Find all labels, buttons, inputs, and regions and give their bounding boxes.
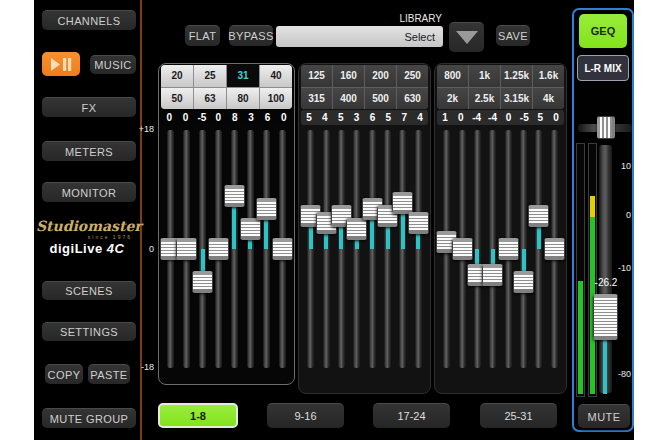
product-name: digiLive bbox=[50, 241, 103, 256]
freq-button[interactable]: 50 bbox=[161, 88, 193, 110]
fader-handle[interactable] bbox=[392, 192, 413, 214]
paste-button[interactable]: PASTE bbox=[88, 364, 130, 384]
sidebar-item-meters[interactable]: METERS bbox=[42, 141, 136, 161]
fader-handle[interactable] bbox=[408, 212, 429, 234]
band-tab-1-8[interactable]: 1-8 bbox=[158, 403, 238, 428]
gain-value: 4 bbox=[317, 110, 333, 125]
gain-value: -5 bbox=[516, 110, 532, 125]
freq-button[interactable]: 250 bbox=[397, 65, 428, 87]
freq-button[interactable]: 400 bbox=[333, 88, 364, 110]
master-fader-handle[interactable] bbox=[593, 294, 618, 340]
fader-track[interactable] bbox=[415, 130, 422, 368]
library-label: LIBRARY bbox=[362, 13, 442, 24]
freq-button[interactable]: 800 bbox=[437, 65, 468, 87]
fader-handle[interactable] bbox=[272, 238, 293, 260]
freq-button[interactable]: 3.15k bbox=[501, 88, 532, 110]
fader-handle[interactable] bbox=[528, 205, 549, 227]
fader-track[interactable] bbox=[247, 130, 254, 368]
freq-button[interactable]: 1k bbox=[469, 65, 500, 87]
freq-button[interactable]: 4k bbox=[533, 88, 564, 110]
copy-button[interactable]: COPY bbox=[45, 364, 83, 384]
sidebar-item-monitor[interactable]: MONITOR bbox=[42, 182, 136, 202]
fader-handle[interactable] bbox=[192, 271, 213, 293]
geq-button[interactable]: GEQ bbox=[579, 14, 627, 48]
freq-button[interactable]: 100 bbox=[260, 88, 292, 110]
gain-value: 6 bbox=[259, 110, 275, 125]
freq-button[interactable]: 125 bbox=[301, 65, 332, 87]
fader-handle[interactable] bbox=[452, 238, 473, 260]
freq-button[interactable]: 1.25k bbox=[501, 65, 532, 87]
gain-value: -4 bbox=[485, 110, 501, 125]
gain-value: 5 bbox=[333, 110, 349, 125]
fader-track[interactable] bbox=[231, 130, 238, 368]
sidebar-item-channels[interactable]: CHANNELS bbox=[42, 10, 136, 30]
freq-button[interactable]: 2.5k bbox=[469, 88, 500, 110]
db-scale-label: -18 bbox=[126, 362, 154, 372]
meter-scale-label: 0 bbox=[612, 210, 631, 220]
freq-button[interactable]: 160 bbox=[333, 65, 364, 87]
fader-track[interactable] bbox=[353, 130, 360, 368]
fader-track[interactable] bbox=[338, 130, 345, 368]
fader-track[interactable] bbox=[323, 130, 330, 368]
bypass-button[interactable]: BYPASS bbox=[229, 25, 273, 46]
fader-handle[interactable] bbox=[346, 218, 367, 240]
gain-value: 0 bbox=[161, 110, 177, 125]
library-dropdown-button[interactable] bbox=[449, 22, 484, 52]
freq-button[interactable]: 630 bbox=[397, 88, 428, 110]
transport-play-pause-button[interactable] bbox=[42, 52, 80, 76]
meter-scale-label: -80 bbox=[612, 369, 631, 379]
db-scale-label: 0 bbox=[126, 244, 154, 254]
freq-button[interactable]: 20 bbox=[161, 65, 193, 87]
band-tab-9-16[interactable]: 9-16 bbox=[267, 403, 344, 428]
save-button[interactable]: SAVE bbox=[496, 25, 530, 46]
gain-value: 0 bbox=[276, 110, 292, 125]
sidebar-item-fx[interactable]: FX bbox=[42, 97, 136, 117]
freq-button[interactable]: 80 bbox=[227, 88, 259, 110]
lr-mix-button[interactable]: L-R MIX bbox=[577, 55, 629, 81]
gain-values-row: 10-4-40-550 bbox=[437, 110, 564, 125]
product-model: 4C bbox=[107, 241, 125, 256]
fader-handle[interactable] bbox=[176, 238, 197, 260]
play-pause-icon bbox=[50, 58, 72, 71]
fader-track[interactable] bbox=[263, 130, 270, 368]
fader-handle[interactable] bbox=[482, 264, 503, 286]
gain-value: 5 bbox=[301, 110, 317, 125]
logo-tagline: since 1976 bbox=[36, 234, 132, 240]
fader-handle[interactable] bbox=[208, 238, 229, 260]
freq-button[interactable]: 31 bbox=[227, 65, 259, 87]
freq-button[interactable]: 315 bbox=[301, 88, 332, 110]
flat-button[interactable]: FLAT bbox=[185, 25, 220, 46]
fader-track[interactable] bbox=[535, 130, 542, 368]
fader-handle[interactable] bbox=[256, 198, 277, 220]
fader-handle[interactable] bbox=[240, 218, 261, 240]
sidebar-item-scenes[interactable]: SCENES bbox=[42, 281, 136, 300]
sidebar-item-mute-group[interactable]: MUTE GROUP bbox=[42, 408, 136, 428]
freq-button[interactable]: 1.6k bbox=[533, 65, 564, 87]
band-tab-25-31[interactable]: 25-31 bbox=[480, 403, 557, 428]
chevron-down-icon bbox=[456, 31, 478, 44]
pan-slider-handle[interactable] bbox=[597, 116, 615, 139]
freq-button[interactable]: 63 bbox=[194, 88, 226, 110]
freq-button[interactable]: 2k bbox=[437, 88, 468, 110]
sidebar-item-music[interactable]: MUSIC bbox=[90, 55, 136, 74]
band-tab-17-24[interactable]: 17-24 bbox=[373, 403, 450, 428]
gain-value: 0 bbox=[453, 110, 469, 125]
fader-track[interactable] bbox=[369, 130, 376, 368]
gain-value: 5 bbox=[380, 110, 396, 125]
freq-button[interactable]: 40 bbox=[260, 65, 292, 87]
geq-screen: CHANNELS MUSIC FX METERS MONITOR Studiom… bbox=[0, 0, 672, 440]
fader-handle[interactable] bbox=[544, 238, 565, 260]
fader-track[interactable] bbox=[307, 130, 314, 368]
sidebar-item-settings[interactable]: SETTINGS bbox=[42, 322, 136, 341]
freq-button[interactable]: 25 bbox=[194, 65, 226, 87]
fader-track[interactable] bbox=[384, 130, 391, 368]
fader-handle[interactable] bbox=[498, 238, 519, 260]
library-select-field[interactable]: Select bbox=[276, 26, 443, 47]
freq-button[interactable]: 200 bbox=[365, 65, 396, 87]
letterbox-left bbox=[0, 0, 34, 440]
fader-handle[interactable] bbox=[513, 271, 534, 293]
freq-button[interactable]: 500 bbox=[365, 88, 396, 110]
fader-handle[interactable] bbox=[224, 185, 245, 207]
fader-track[interactable] bbox=[399, 130, 406, 368]
mute-button[interactable]: MUTE bbox=[578, 404, 630, 428]
